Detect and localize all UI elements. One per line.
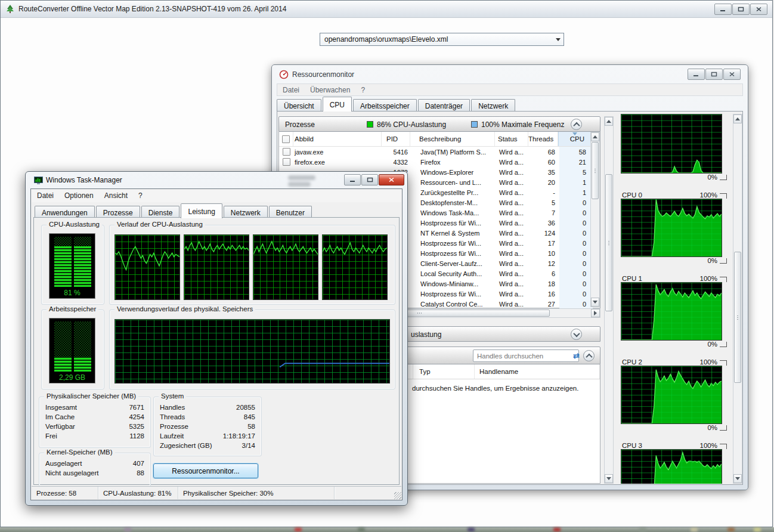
cell-cpu: 0 <box>559 228 593 238</box>
column-header-cpu[interactable]: CPU <box>558 132 592 146</box>
select-all-checkbox[interactable] <box>279 132 293 146</box>
column-header-beschreibung[interactable]: Beschreibung <box>410 132 495 146</box>
cell-status: Wird a... <box>496 301 530 308</box>
row-checkbox[interactable] <box>279 148 293 156</box>
resource-monitor-button[interactable]: Ressourcenmonitor... <box>153 463 258 478</box>
column-header-abbild[interactable]: Abbild <box>293 132 382 146</box>
cell-cpu: 0 <box>559 248 593 258</box>
resource-monitor-tabs: ÜbersichtCPUArbeitsspeicherDatenträgerNe… <box>277 97 516 111</box>
cell-cpu: 0 <box>559 238 593 248</box>
bottom-label-text: 0% <box>707 341 717 348</box>
main-pane-scrollbar[interactable] <box>604 116 614 484</box>
column-header-handlename[interactable]: Handlename <box>475 364 600 379</box>
map-file-combobox[interactable]: openandromaps\oruxmaps\Elevelo.xml <box>320 33 564 46</box>
cell-pid: 4332 <box>383 159 411 166</box>
resize-grip[interactable] <box>394 492 401 499</box>
info-label: Zugesichert (GB) <box>160 442 212 449</box>
menu-item-ansicht[interactable]: Ansicht <box>99 190 133 202</box>
minimize-button[interactable] <box>688 69 705 80</box>
task-manager-menubar: DateiOptionenAnsicht? <box>32 190 401 202</box>
column-header-threads[interactable]: Threads <box>528 132 558 146</box>
info-row: Zugesichert (GB)3/14 <box>154 441 261 450</box>
info-value: 58 <box>247 423 255 430</box>
system-group: System Handles20855Threads845Prozesse58L… <box>153 397 262 456</box>
handles-search-box[interactable]: ⇄ <box>473 349 579 362</box>
task-manager-frame: DateiOptionenAnsicht? AnwendungenProzess… <box>30 188 403 500</box>
minimize-button[interactable] <box>344 174 361 185</box>
performance-tab-page: CPU-Auslastung 81 % Verlauf der CPU-Ausl… <box>33 217 400 485</box>
refresh-search-icon[interactable]: ⇄ <box>572 352 582 360</box>
physical-memory-group: Physikalischer Speicher (MB) Insgesamt76… <box>39 397 151 448</box>
maximize-button[interactable] <box>705 69 723 80</box>
cpu-graph-bottom-row: 0% <box>618 341 728 352</box>
process-table-scrollbar[interactable] <box>590 132 600 307</box>
cpu-history-graph-2 <box>184 234 249 300</box>
tab-cpu[interactable]: CPU <box>323 97 352 112</box>
cell-cpu: 0 <box>559 279 593 289</box>
cpu-usage-group: CPU-Auslastung 81 % <box>41 225 104 305</box>
cell-status: Wird a... <box>496 199 530 206</box>
minimize-button[interactable] <box>714 4 732 15</box>
handles-search-input[interactable] <box>473 352 569 360</box>
close-button[interactable] <box>750 4 767 15</box>
routeconverter-titlebar[interactable]: RouteConverter Offline Vector Map Editio… <box>1 1 772 18</box>
process-row[interactable]: javaw.exe5416Java(TM) Platform S...Wird … <box>279 147 600 157</box>
cell-description: Local Security Auth... <box>411 270 496 277</box>
column-header-pid[interactable]: PID <box>382 132 410 146</box>
cpu-history-graph-1 <box>114 234 180 300</box>
glass-blur <box>288 182 311 187</box>
menu-item-datei[interactable]: Datei <box>277 84 305 96</box>
menu-item-datei[interactable]: Datei <box>32 190 59 202</box>
cell-threads: 36 <box>530 219 559 227</box>
tab-leistung[interactable]: Leistung <box>181 203 222 218</box>
cpu-graph-block: CPU 3100%0% <box>618 436 728 484</box>
menu-item-item[interactable]: ? <box>355 84 370 96</box>
cell-threads: 18 <box>530 280 559 287</box>
cell-description: Hostprozess für Wi... <box>411 290 496 298</box>
processes-table-header[interactable]: Abbild PID Beschreibung Status Threads C… <box>279 132 600 147</box>
column-header-typ[interactable]: Typ <box>413 364 475 379</box>
resource-monitor-app-icon <box>279 70 289 79</box>
cell-status: Wird a... <box>496 189 530 196</box>
collapse-section-button[interactable] <box>571 119 582 130</box>
info-label: Handles <box>160 404 185 411</box>
cell-threads: 17 <box>530 240 559 247</box>
menu-item-uberwachen[interactable]: Überwachen <box>305 84 355 96</box>
row-checkbox[interactable] <box>279 158 293 166</box>
close-icon <box>729 72 735 77</box>
routeconverter-title: RouteConverter Offline Vector Map Editio… <box>18 5 286 13</box>
info-value: 1:18:19:17 <box>223 432 255 440</box>
cpu-graph-top-label: 100% <box>700 188 728 199</box>
taskbar[interactable] <box>0 527 774 532</box>
close-button[interactable] <box>379 174 404 185</box>
system-rows: Handles20855Threads845Prozesse58Laufzeit… <box>154 397 261 450</box>
column-header-status[interactable]: Status <box>495 132 528 146</box>
cell-cpu: 0 <box>559 208 593 218</box>
cpu-graph-label: CPU 2 <box>622 358 642 366</box>
cpu-graph-label-row: CPU 0100% <box>618 185 728 199</box>
maximize-button[interactable] <box>361 174 378 185</box>
status-cell: Prozesse: 58 <box>32 487 98 499</box>
process-row[interactable]: firefox.exe4332FirefoxWird a...6021 <box>279 157 600 167</box>
cpu-graph-top-label: 100% <box>700 439 728 449</box>
cpu-graph-block: 0% <box>618 114 728 185</box>
menu-item-optionen[interactable]: Optionen <box>59 190 99 202</box>
cpu-graph-block: CPU 0100%0% <box>618 185 728 269</box>
expand-section-button[interactable] <box>571 329 582 340</box>
info-label: Prozesse <box>160 423 188 430</box>
close-button[interactable] <box>723 69 741 80</box>
info-row: Im Cache4254 <box>39 412 150 422</box>
kernel-memory-rows: Ausgelagert407Nicht ausgelagert88 <box>39 453 150 478</box>
top-label-text: 100% <box>700 442 717 449</box>
info-row: Ausgelagert407 <box>39 459 150 468</box>
scroll-up-icon <box>593 133 597 138</box>
maximize-button[interactable] <box>732 4 750 15</box>
graphs-pane-scrollbar[interactable] <box>733 114 742 484</box>
collapse-section-button[interactable] <box>583 350 595 361</box>
cell-cpu: 0 <box>559 197 593 208</box>
close-icon <box>388 177 395 183</box>
menu-item-item[interactable]: ? <box>133 190 148 202</box>
cell-status: Wird a... <box>496 250 530 257</box>
minimize-icon <box>349 177 356 183</box>
services-section-partial-label: uslastung <box>411 330 441 339</box>
